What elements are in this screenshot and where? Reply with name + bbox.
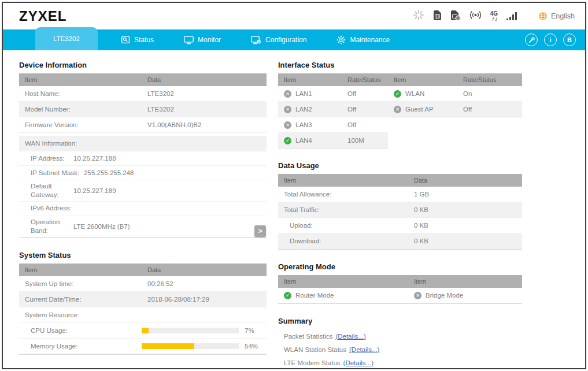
column-header-item: Item xyxy=(388,76,457,83)
column-header-data: Data xyxy=(142,266,267,273)
nav-item-label: Maintenance xyxy=(350,36,390,44)
column-header-item: Item xyxy=(408,278,522,285)
wrench-icon xyxy=(528,37,535,43)
interface-rate: Off xyxy=(342,106,388,113)
interface-rate: Off xyxy=(457,106,522,113)
device-information-table: Item Data Host Name: LTE3202 Model Numbe… xyxy=(19,73,267,238)
searching-spinner-icon xyxy=(413,9,424,23)
interface-status-table: Item Rate/Status Item Rate/Status LAN1 O… xyxy=(278,73,522,149)
table-row: WAN Information: xyxy=(19,136,267,151)
gear-icon xyxy=(336,35,346,44)
table-row: System Resource: xyxy=(19,307,267,323)
interface-name: LAN4 xyxy=(295,137,312,144)
table-header: Item Rate/Status Item Rate/Status xyxy=(278,73,522,86)
left-column: Device Information Item Data Host Name: … xyxy=(19,56,267,369)
next-page-button[interactable]: > xyxy=(254,225,266,237)
table-row: Download: 0 KB xyxy=(278,233,522,249)
active-tab-label: LTE3202 xyxy=(53,35,80,42)
lan-interfaces: LAN1 Off LAN2 Off LAN3 Off LAN4 xyxy=(278,86,388,149)
status-icon xyxy=(394,106,401,113)
row-label: System Up time: xyxy=(19,280,142,287)
interface-status-body: LAN1 Off LAN2 Off LAN3 Off LAN4 xyxy=(278,86,522,149)
row-label: Memory Usage: xyxy=(31,343,142,350)
row-value: 255.255.255.248 xyxy=(84,169,134,176)
row-label: Download: xyxy=(278,238,408,244)
nav-item-configuration[interactable]: Configuration xyxy=(251,35,306,44)
system-status-table: Item Data System Up time: 00:26:52 Curre… xyxy=(19,264,267,355)
column-header-data: Data xyxy=(142,76,267,83)
wizard-button[interactable] xyxy=(525,34,538,46)
row-label: Firmware Version: xyxy=(19,121,142,128)
nav-item-label: Configuration xyxy=(265,36,306,44)
row-value: 10.25.227.188 xyxy=(73,155,116,162)
nav-item-maintenance[interactable]: Maintenance xyxy=(336,35,390,44)
summary-row: Packet Statistics (Details...) xyxy=(278,329,522,343)
sim-card-icon xyxy=(433,10,442,23)
monitor-icon xyxy=(184,36,194,44)
column-header-item: Item xyxy=(278,177,408,184)
sim-status-icon xyxy=(450,10,461,23)
row-value: 0 KB xyxy=(408,222,522,229)
interface-name: LAN1 xyxy=(295,90,312,97)
status-icon xyxy=(284,90,291,98)
packet-statistics-details-link[interactable]: (Details...) xyxy=(335,333,365,340)
row-value: V1.00(ABNH.0)B2 xyxy=(142,121,267,128)
mode-label: Bridge Mode xyxy=(426,292,463,299)
column-header-item: Item xyxy=(278,278,408,285)
table-row: Router Mode Bridge Mode xyxy=(278,288,522,303)
row-label: Upload: xyxy=(278,222,408,229)
status-icon xyxy=(284,121,291,129)
memory-usage-bar xyxy=(142,343,239,349)
info-icon: i xyxy=(549,36,551,43)
globe-icon xyxy=(538,12,548,21)
table-row: System Up time: 00:26:52 xyxy=(19,276,267,292)
row-label: Operation Band: xyxy=(31,216,73,237)
dashboard-content: Device Information Item Data Host Name: … xyxy=(3,50,585,369)
table-row: Operation Band: LTE 2600MHz (B7) xyxy=(19,216,267,238)
row-label: Host Name: xyxy=(19,90,142,97)
row-label: Total Allowance: xyxy=(278,191,408,198)
table-row: Default Gateway: 10.25.227.189 xyxy=(19,180,267,202)
nav-item-status[interactable]: Status xyxy=(121,35,154,44)
table-row: Model Number: LTE3202 xyxy=(19,102,267,117)
tab-lte3202[interactable]: LTE3202 xyxy=(35,27,98,50)
interface-name: LAN2 xyxy=(295,106,312,113)
data-usage-table: Item Data Total Allowance: 1 GB Total Tr… xyxy=(278,174,522,250)
wlan-station-status-details-link[interactable]: (Details...) xyxy=(349,346,379,353)
column-header-rate: Rate/Status xyxy=(342,76,388,83)
chevron-right-icon: > xyxy=(258,227,262,235)
cpu-usage-percent: 7% xyxy=(245,327,254,334)
row-label: IP Subnet Mask: xyxy=(31,167,84,179)
signal-strength-icon xyxy=(506,12,517,20)
sim-alert-badge xyxy=(456,16,460,20)
status-icon xyxy=(284,137,291,144)
operating-mode-title: Operating Mode xyxy=(278,262,522,271)
top-bar: ZYXEL xyxy=(3,3,585,29)
table-row: LAN1 Off xyxy=(278,86,388,102)
interface-name: WLAN xyxy=(405,90,424,97)
status-icon xyxy=(414,292,421,299)
memory-usage-row: Memory Usage: 54% xyxy=(19,339,267,354)
language-selector[interactable]: English xyxy=(538,12,575,21)
lte-modem-status-details-link[interactable]: (Details...) xyxy=(343,359,373,366)
reboot-button[interactable]: B xyxy=(563,34,576,46)
info-button[interactable]: i xyxy=(544,34,557,46)
row-value: LTE 2600MHz (B7) xyxy=(73,223,130,230)
table-row: IP Subnet Mask: 255.255.255.248 xyxy=(19,166,267,180)
row-label: System Resource: xyxy=(19,311,142,318)
operating-mode-table: Item Item Router Mode Bridge Mode xyxy=(278,275,522,304)
table-row: Upload: 0 KB xyxy=(278,218,522,233)
row-value: 0 KB xyxy=(408,206,522,213)
row-label: IPv6 Address: xyxy=(31,202,73,214)
nav-item-monitor[interactable]: Monitor xyxy=(184,35,221,44)
interface-name: Guest AP xyxy=(405,106,434,113)
interface-rate: Off xyxy=(342,121,388,128)
table-row: Current Date/Time: 2018-06-28/08:17:29 xyxy=(19,292,267,307)
reboot-icon: B xyxy=(567,36,572,43)
row-label: Model Number: xyxy=(19,106,142,113)
interface-rate: Off xyxy=(342,90,388,97)
table-header: Item Data xyxy=(278,174,522,187)
row-value: 1 GB xyxy=(408,191,522,198)
row-value: 2018-06-28/08:17:29 xyxy=(142,296,267,303)
summary-label: Packet Statistics xyxy=(284,333,332,340)
